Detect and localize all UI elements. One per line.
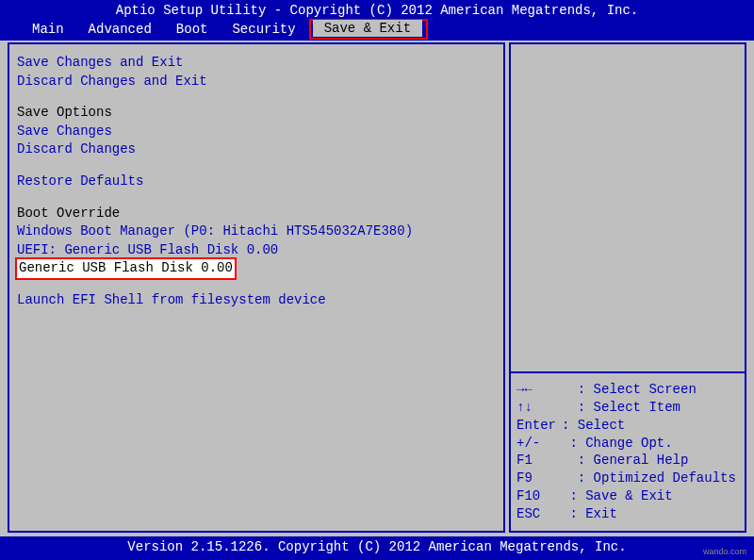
left-panel: Save Changes and Exit Discard Changes an…	[8, 42, 505, 533]
opt-save-exit[interactable]: Save Changes and Exit	[17, 54, 496, 73]
help-change-opt: +/- : Change Opt.	[516, 435, 739, 453]
opt-windows-boot-manager[interactable]: Windows Boot Manager (P0: Hitachi HTS545…	[17, 222, 496, 241]
opt-discard-exit[interactable]: Discard Changes and Exit	[17, 73, 496, 91]
help-select-screen: →← : Select Screen	[516, 381, 739, 399]
menu-bar: Main Advanced Boot Security Save & Exit	[0, 20, 754, 41]
right-panel: →← : Select Screen ↑↓ : Select Item Ente…	[509, 42, 746, 533]
spacer	[17, 191, 496, 205]
header-bar: Aptio Setup Utility - Copyright (C) 2012…	[0, 0, 754, 20]
help-select: Enter: Select	[516, 417, 739, 435]
opt-discard-changes[interactable]: Discard Changes	[17, 140, 496, 159]
red-highlight-option: Generic USB Flash Disk 0.00	[17, 259, 496, 278]
menu-security[interactable]: Security	[221, 21, 306, 38]
right-top-help	[511, 44, 745, 371]
spacer	[17, 278, 496, 291]
footer-bar: Version 2.15.1226. Copyright (C) 2012 Am…	[0, 536, 754, 560]
spacer	[17, 91, 496, 104]
menu-save-exit[interactable]: Save & Exit	[313, 20, 422, 37]
menu-boot[interactable]: Boot	[165, 21, 220, 38]
header-save-options: Save Options	[17, 104, 496, 123]
header-title: Aptio Setup Utility - Copyright (C) 2012…	[116, 3, 639, 18]
help-optimized: F9 : Optimized Defaults	[516, 469, 739, 487]
main-area: Save Changes and Exit Discard Changes an…	[0, 41, 754, 536]
red-highlight-menu: Save & Exit	[309, 19, 428, 40]
menu-main[interactable]: Main	[21, 21, 75, 38]
bios-setup-utility: Aptio Setup Utility - Copyright (C) 2012…	[0, 0, 754, 560]
help-save-exit: F10 : Save & Exit	[516, 487, 739, 505]
opt-restore-defaults[interactable]: Restore Defaults	[17, 173, 496, 191]
opt-save-changes[interactable]: Save Changes	[17, 123, 496, 141]
watermark: wando.com	[703, 547, 746, 556]
key-help: →← : Select Screen ↑↓ : Select Item Ente…	[511, 371, 745, 531]
spacer	[17, 159, 496, 173]
help-select-item: ↑↓ : Select Item	[516, 399, 739, 417]
menu-advanced[interactable]: Advanced	[77, 21, 163, 38]
header-boot-override: Boot Override	[17, 205, 496, 223]
footer-text: Version 2.15.1226. Copyright (C) 2012 Am…	[127, 539, 626, 554]
help-exit: ESC : Exit	[516, 505, 739, 523]
help-general: F1 : General Help	[516, 452, 739, 469]
opt-generic-usb-selected[interactable]: Generic USB Flash Disk 0.00	[17, 259, 235, 278]
opt-launch-efi-shell[interactable]: Launch EFI Shell from filesystem device	[17, 291, 496, 310]
